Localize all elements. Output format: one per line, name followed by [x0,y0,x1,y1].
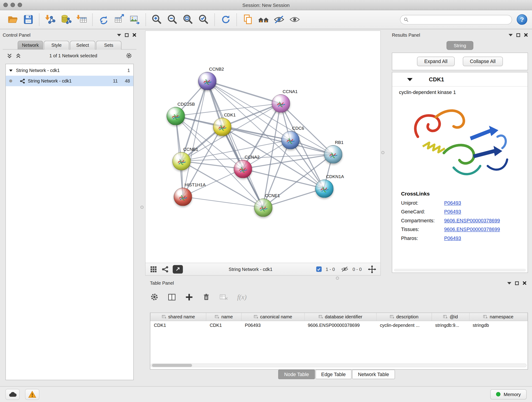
show-columns-icon[interactable] [168,293,176,301]
table-cell[interactable]: 9606.ENSP00000378699 [304,321,376,329]
memory-button[interactable]: Memory [491,389,527,399]
collapse-all-icon[interactable] [7,53,12,58]
tab-style[interactable]: Style [44,41,69,50]
zoom-out-button[interactable] [165,12,180,27]
table-cell[interactable]: CDK1 [206,321,241,329]
crosslink-link[interactable]: P06493 [444,209,461,215]
export-image-button[interactable] [127,12,143,27]
warnings-button[interactable] [25,389,39,400]
birdseye-grid-icon[interactable] [150,265,157,273]
table-cell[interactable]: cyclin-dependent ... [376,321,432,329]
gene-section-header[interactable]: CDK1 [392,72,528,86]
crosslink-link[interactable]: 9606.ENSP00000378699 [444,218,500,223]
table-row[interactable]: CDK1CDK1P064939606.ENSP00000378699cyclin… [151,321,527,329]
zoom-in-button[interactable] [149,12,165,27]
string-home-button[interactable] [255,12,271,27]
network-edge[interactable] [207,81,280,104]
panel-float-button[interactable] [515,281,519,285]
pan-crosshair-icon[interactable] [368,265,376,274]
network-node-ccnb2[interactable]: CCNB2 [198,72,216,90]
crosslink-link[interactable]: P06493 [444,200,461,206]
minimize-window-button[interactable] [11,3,15,7]
network-node-rb1[interactable]: RB1 [324,145,342,164]
network-canvas[interactable]: CCNB2CCNA1CDC25BCDK1CDC6RB1CCNB1CCNA2CDK… [146,31,380,263]
table-cell[interactable]: CDK1 [151,321,206,329]
tab-node-table[interactable]: Node Table [278,370,315,379]
export-table-button[interactable] [111,12,127,27]
zoom-selected-button[interactable] [196,12,211,27]
results-scrollbar[interactable] [394,269,526,272]
panel-menu-icon[interactable] [117,34,121,36]
collapse-section-icon[interactable] [407,78,413,81]
open-in-window-button[interactable] [173,265,183,274]
network-edge[interactable] [183,81,207,197]
tab-network-table[interactable]: Network Table [352,370,395,379]
panel-float-button[interactable] [516,33,520,37]
tab-string[interactable]: String [447,41,473,50]
panel-close-button[interactable] [523,281,527,285]
tree-expand-icon[interactable] [9,70,13,71]
hide-selected-button[interactable] [271,12,287,27]
delete-column-icon[interactable] [202,293,210,301]
column-header-database-identifier[interactable]: database identifier [304,313,376,321]
network-node-ccna2[interactable]: CCNA2 [234,160,252,178]
window-titlebar[interactable]: Session: New Session [0,0,532,10]
close-window-button[interactable] [3,3,8,7]
import-network-database-button[interactable] [58,12,74,27]
table-cell[interactable]: stringdb [469,321,527,329]
tab-select[interactable]: Select [70,41,95,50]
network-edge[interactable] [207,81,263,208]
network-node-cdkn1a[interactable]: CDKN1A [315,179,334,198]
expand-all-button[interactable]: Expand All [417,57,455,66]
tab-network[interactable]: Network [18,41,43,50]
collapse-all-button[interactable]: Collapse All [463,57,503,66]
expand-all-icon[interactable] [16,53,21,58]
open-session-button[interactable] [5,12,20,27]
column-header-namespace[interactable]: namespace [469,313,527,321]
network-node-cdk1[interactable]: CDK1 [213,118,231,136]
network-edge[interactable] [207,81,333,154]
column-header--id[interactable]: @id [432,313,469,321]
column-header-description[interactable]: description [376,313,432,321]
zoom-fit-button[interactable] [180,12,196,27]
network-node-cdc25b[interactable]: CDC25B [167,107,185,125]
network-node-hist1h1a[interactable]: HIST1H1A [174,188,192,206]
import-table-file-button[interactable] [74,12,89,27]
clone-network-button[interactable] [96,12,111,27]
tab-sets[interactable]: Sets [96,41,121,50]
network-tree-root-row[interactable]: String Network - cdk1 1 [6,65,133,76]
add-column-icon[interactable] [185,293,193,301]
panel-float-button[interactable] [125,33,128,37]
maximize-window-button[interactable] [18,3,22,7]
table-cell[interactable]: P06493 [241,321,304,329]
panel-resize-handle[interactable] [381,151,385,154]
panel-menu-icon[interactable] [507,282,511,284]
table-cell[interactable]: stringdb:9... [432,321,469,329]
panel-close-button[interactable] [133,33,137,37]
network-overview-icon[interactable] [162,266,169,273]
gear-icon[interactable] [126,52,133,59]
selected-checkbox-icon[interactable] [316,267,322,272]
table-hscroll-thumb[interactable] [152,364,192,367]
column-header-canonical-name[interactable]: canonical name [241,313,304,321]
search-input[interactable] [411,17,508,22]
column-header-name[interactable]: name [206,313,241,321]
panel-resize-handle[interactable] [140,206,143,209]
network-node-ccne1[interactable]: CCNE1 [254,198,272,217]
import-network-file-button[interactable] [42,12,58,27]
network-snapshot-button[interactable] [240,12,255,27]
network-edge[interactable] [183,197,263,207]
panel-menu-icon[interactable] [509,34,513,36]
tab-edge-table[interactable]: Edge Table [316,370,351,379]
column-header-shared-name[interactable]: shared name [151,313,206,321]
network-node-ccna1[interactable]: CCNA1 [272,95,290,113]
save-session-button[interactable] [20,12,36,27]
panel-close-button[interactable] [524,33,528,37]
show-hidden-button[interactable] [287,12,302,27]
crosslink-link[interactable]: P06493 [444,236,461,241]
network-node-ccnb1[interactable]: CCNB1 [172,152,191,170]
help-button[interactable]: ? [517,14,527,25]
gear-icon[interactable] [150,293,159,302]
network-node-cdc6[interactable]: CDC6 [281,131,300,149]
apply-layout-button[interactable] [218,12,234,27]
